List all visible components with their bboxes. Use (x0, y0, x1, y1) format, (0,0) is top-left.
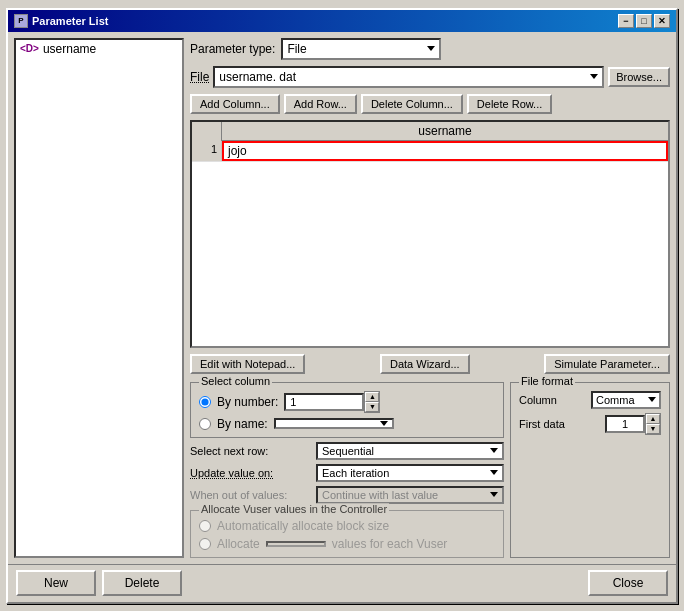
by-number-up-btn[interactable]: ▲ (365, 392, 379, 402)
grid-row-num: 1 (192, 141, 222, 161)
file-value: username. dat (219, 70, 296, 84)
new-button[interactable]: New (16, 570, 96, 596)
allocate-values-label: values for each Vuser (332, 537, 448, 551)
auto-allocate-radio[interactable] (199, 520, 211, 532)
when-out-row: When out of values: Continue with last v… (190, 486, 504, 504)
footer: New Delete Close (8, 564, 676, 602)
grid-row-num-header (192, 122, 222, 141)
window-body: <D> username Parameter type: File File u… (8, 32, 676, 564)
restore-button[interactable]: □ (636, 14, 652, 28)
action-buttons-row: Edit with Notepad... Data Wizard... Simu… (190, 354, 670, 374)
browse-button[interactable]: Browse... (608, 67, 670, 87)
param-type-dropdown[interactable]: File (281, 38, 441, 60)
update-value-dropdown[interactable]: Each iteration (316, 464, 504, 482)
delete-column-button[interactable]: Delete Column... (361, 94, 463, 114)
delete-row-button[interactable]: Delete Row... (467, 94, 552, 114)
by-name-arrow-icon (380, 421, 388, 426)
param-type-arrow-icon (427, 46, 435, 51)
allocate-field[interactable] (266, 541, 326, 547)
first-data-spinner: 1 ▲ ▼ (605, 413, 661, 435)
file-label: File (190, 70, 209, 84)
footer-left: New Delete (16, 570, 182, 596)
window-title: Parameter List (32, 15, 108, 27)
param-type-label: Parameter type: (190, 42, 275, 56)
allocate-legend: Allocate Vuser values in the Controller (199, 503, 389, 515)
update-value-value: Each iteration (322, 467, 389, 479)
when-out-value: Continue with last value (322, 489, 438, 501)
data-wizard-button[interactable]: Data Wizard... (380, 354, 470, 374)
select-next-row-label: Select next row: (190, 445, 310, 457)
param-item-label: username (43, 42, 96, 56)
grid-header-row: username (192, 122, 668, 141)
by-name-label: By name: (217, 417, 268, 431)
toolbar-row: Add Column... Add Row... Delete Column..… (190, 94, 670, 114)
by-number-spinner: 1 ▲ ▼ (284, 391, 380, 413)
title-bar: P Parameter List − □ ✕ (8, 10, 676, 32)
close-window-button[interactable]: ✕ (654, 14, 670, 28)
simulate-parameter-button[interactable]: Simulate Parameter... (544, 354, 670, 374)
file-format-legend: File format (519, 375, 575, 387)
select-next-row-value: Sequential (322, 445, 374, 457)
data-grid: username 1 jojo (190, 120, 670, 348)
column-format-dropdown[interactable]: Comma (591, 391, 661, 409)
by-number-row: By number: 1 ▲ ▼ (199, 391, 495, 413)
manual-allocate-row: Allocate values for each Vuser (199, 537, 495, 551)
by-number-arrows: ▲ ▼ (364, 391, 380, 413)
when-out-dropdown[interactable]: Continue with last value (316, 486, 504, 504)
first-data-arrows: ▲ ▼ (645, 413, 661, 435)
update-value-label: Update value on: (190, 467, 310, 479)
bottom-left: Select column By number: 1 ▲ ▼ (190, 382, 504, 558)
parameter-list-panel: <D> username (14, 38, 184, 558)
parameter-list-window: P Parameter List − □ ✕ <D> username Para… (6, 8, 678, 604)
auto-allocate-row: Automatically allocate block size (199, 519, 495, 533)
close-button[interactable]: Close (588, 570, 668, 596)
window-icon: P (14, 14, 28, 28)
file-format-section: File format Column Comma First data 1 (510, 382, 670, 558)
table-row: 1 jojo (192, 141, 668, 162)
delete-button[interactable]: Delete (102, 570, 182, 596)
minimize-button[interactable]: − (618, 14, 634, 28)
title-bar-buttons: − □ ✕ (618, 14, 670, 28)
column-format-label: Column (519, 394, 579, 406)
right-panel: Parameter type: File File username. dat … (190, 38, 670, 558)
first-data-field[interactable]: 1 (605, 415, 645, 433)
by-number-field[interactable]: 1 (284, 393, 364, 411)
update-value-row: Update value on: Each iteration (190, 464, 504, 482)
first-data-label: First data (519, 418, 579, 430)
when-out-arrow-icon (490, 492, 498, 497)
file-arrow-icon (590, 74, 598, 79)
by-name-row: By name: (199, 417, 495, 431)
auto-allocate-label: Automatically allocate block size (217, 519, 389, 533)
by-number-down-btn[interactable]: ▼ (365, 402, 379, 412)
select-column-section: Select column By number: 1 ▲ ▼ (190, 382, 504, 438)
select-next-row-dropdown[interactable]: Sequential (316, 442, 504, 460)
manual-allocate-radio[interactable] (199, 538, 211, 550)
first-data-row: First data 1 ▲ ▼ (519, 413, 661, 435)
first-data-up-btn[interactable]: ▲ (646, 414, 660, 424)
edit-notepad-button[interactable]: Edit with Notepad... (190, 354, 305, 374)
allocate-section: Allocate Vuser values in the Controller … (190, 510, 504, 558)
manual-allocate-label: Allocate (217, 537, 260, 551)
select-next-row-row: Select next row: Sequential (190, 442, 504, 460)
file-dropdown[interactable]: username. dat (213, 66, 604, 88)
param-item-username[interactable]: <D> username (16, 40, 182, 58)
column-format-row: Column Comma (519, 391, 661, 409)
first-data-down-btn[interactable]: ▼ (646, 424, 660, 434)
update-value-arrow-icon (490, 470, 498, 475)
add-row-button[interactable]: Add Row... (284, 94, 357, 114)
by-number-label: By number: (217, 395, 278, 409)
by-name-dropdown[interactable] (274, 418, 394, 429)
file-row: File username. dat Browse... (190, 66, 670, 88)
param-type-row: Parameter type: File (190, 38, 670, 60)
param-icon: <D> (20, 43, 39, 54)
grid-col-header-username: username (222, 122, 668, 141)
column-format-value: Comma (596, 394, 635, 406)
by-number-radio[interactable] (199, 396, 211, 408)
select-column-legend: Select column (199, 375, 272, 387)
bottom-section: Select column By number: 1 ▲ ▼ (190, 382, 670, 558)
select-next-row-arrow-icon (490, 448, 498, 453)
column-format-arrow-icon (648, 397, 656, 402)
grid-cell-username[interactable]: jojo (222, 141, 668, 161)
add-column-button[interactable]: Add Column... (190, 94, 280, 114)
by-name-radio[interactable] (199, 418, 211, 430)
